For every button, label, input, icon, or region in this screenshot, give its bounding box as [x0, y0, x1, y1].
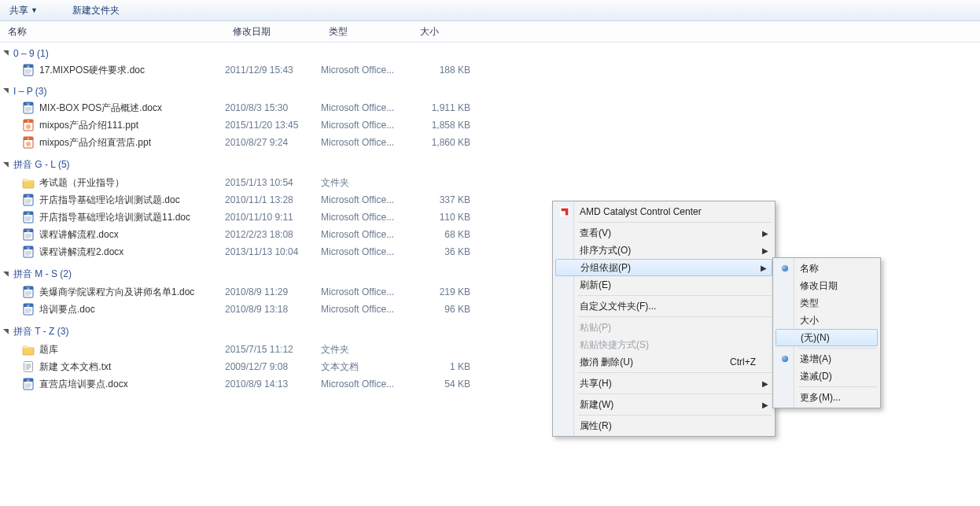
file-name: 开店指导基础理论培训测试题11.doc	[39, 211, 190, 224]
file-row[interactable]: mixpos产品介绍直营店.ppt 2010/8/27 9:24 Microso…	[0, 134, 980, 151]
ctx-main-group[interactable]: 分组依据(P)▶	[555, 259, 772, 276]
folder-icon	[22, 176, 35, 189]
submenu-arrow-icon: ▶	[762, 401, 768, 409]
chevron-down-icon: ▼	[31, 6, 38, 14]
file-type: Microsoft Office...	[321, 379, 412, 390]
collapse-icon: ◢	[3, 271, 9, 279]
group-header[interactable]: ◢ 0 – 9 (1)	[0, 46, 980, 61]
column-header-name[interactable]: 名称	[0, 25, 225, 39]
menu-item-label: 刷新(E)	[580, 279, 611, 292]
file-name: 直营店培训要点.docx	[39, 378, 128, 391]
submenu-arrow-icon: ▶	[761, 264, 767, 272]
doc-icon	[22, 211, 35, 223]
file-name: MIX-BOX POS产品概述.docx	[39, 102, 162, 115]
file-row[interactable]: 考试题（开业指导） 2015/1/13 10:54 文件夹	[0, 174, 980, 191]
file-size: 188 KB	[412, 65, 475, 76]
ppt-icon	[22, 136, 35, 149]
ctx-main-amd[interactable]: AMD Catalyst Control Center	[554, 203, 773, 220]
ctx-main-share[interactable]: 共享(H)▶	[554, 375, 773, 392]
collapse-icon: ◢	[3, 161, 9, 169]
file-name: 新建 文本文档.txt	[39, 360, 111, 374]
doc-icon	[22, 286, 35, 298]
file-type: Microsoft Office...	[321, 102, 412, 113]
menu-separator	[798, 348, 877, 349]
file-row[interactable]: 开店指导基础理论培训测试题11.doc 2010/11/10 9:11 Micr…	[0, 209, 980, 226]
ctx-main-view[interactable]: 查看(V)▶	[554, 224, 773, 242]
file-size: 1,911 KB	[412, 102, 475, 113]
file-type: Microsoft Office...	[321, 246, 412, 257]
collapse-icon: ◢	[3, 50, 9, 57]
file-name: 17.MIXPOS硬件要求.doc	[39, 64, 145, 77]
ctx-main-refresh[interactable]: 刷新(E)	[554, 276, 773, 294]
file-type: 文件夹	[321, 343, 412, 356]
ctx-group-by-date[interactable]: 修改日期	[775, 277, 879, 294]
file-size: 1,860 KB	[412, 137, 475, 148]
menu-item-label: 分组依据(P)	[580, 261, 631, 275]
file-row[interactable]: 17.MIXPOS硬件要求.doc 2011/12/9 15:43 Micros…	[0, 61, 980, 79]
file-size: 337 KB	[412, 194, 475, 205]
menu-item-label: 粘贴快捷方式(S)	[580, 338, 649, 352]
column-header-date[interactable]: 修改日期	[225, 25, 321, 39]
menu-separator	[798, 386, 877, 387]
menu-item-label: (无)(N)	[801, 331, 830, 345]
ctx-group-by-size[interactable]: 大小	[775, 312, 879, 329]
ctx-main-new[interactable]: 新建(W)▶	[554, 396, 773, 413]
menu-item-label: 递增(A)	[800, 353, 831, 366]
file-type: Microsoft Office...	[321, 286, 412, 297]
ctx-group-none[interactable]: (无)(N)	[776, 329, 878, 346]
menu-separator	[578, 393, 772, 394]
group-header[interactable]: ◢ 拼音 G - L (5)	[0, 156, 980, 174]
share-menu[interactable]: 共享 ▼	[3, 2, 44, 19]
file-name: 开店指导基础理论培训测试题.doc	[39, 194, 180, 207]
ctx-group-more[interactable]: 更多(M)...	[775, 389, 879, 406]
file-date: 2012/2/23 18:08	[225, 229, 321, 240]
file-row[interactable]: MIX-BOX POS产品概述.docx 2010/8/3 15:30 Micr…	[0, 99, 980, 116]
menu-item-label: 新建(W)	[580, 398, 613, 412]
file-date: 2015/1/13 10:54	[225, 177, 321, 188]
ctx-group-desc[interactable]: 递减(D)	[775, 367, 879, 385]
file-date: 2010/8/3 15:30	[225, 102, 321, 113]
file-size: 1,858 KB	[412, 120, 475, 131]
ctx-main-properties[interactable]: 属性(R)	[554, 417, 773, 434]
file-row[interactable]: mixpos产品介绍111.ppt 2015/11/20 13:45 Micro…	[0, 116, 980, 134]
ctx-group-asc[interactable]: 递增(A)	[775, 350, 879, 367]
file-type: Microsoft Office...	[321, 194, 412, 205]
menu-separator	[578, 316, 772, 317]
ctx-group-by-name[interactable]: 名称	[775, 260, 879, 277]
file-type: Microsoft Office...	[321, 120, 412, 131]
file-row[interactable]: 课程讲解流程.docx 2012/2/23 18:08 Microsoft Of…	[0, 226, 980, 243]
doc-icon	[22, 64, 35, 76]
column-header-row: 名称 修改日期 类型 大小	[0, 21, 980, 42]
context-menu-main[interactable]: AMD Catalyst Control Center查看(V)▶排序方式(O)…	[552, 201, 776, 437]
folder-icon	[22, 343, 35, 356]
file-date: 2010/8/9 11:29	[225, 286, 321, 297]
share-label: 共享	[9, 4, 28, 17]
menu-item-label: 更多(M)...	[800, 391, 841, 404]
file-size: 96 KB	[412, 304, 475, 315]
menu-item-label: 自定义文件夹(F)...	[580, 300, 656, 313]
ctx-main-paste: 粘贴(P)	[554, 319, 773, 336]
column-header-type[interactable]: 类型	[321, 25, 412, 39]
group-label: 拼音 T - Z (3)	[13, 325, 68, 338]
new-folder-button[interactable]: 新建文件夹	[66, 2, 126, 19]
context-menu-groupby[interactable]: 名称修改日期类型大小(无)(N)递增(A)递减(D)更多(M)...	[772, 257, 881, 408]
file-name: 课程讲解流程.docx	[39, 228, 119, 242]
ctx-main-customize[interactable]: 自定义文件夹(F)...	[554, 297, 773, 315]
file-row[interactable]: 开店指导基础理论培训测试题.doc 2010/11/1 13:28 Micros…	[0, 191, 980, 209]
menu-item-label: 排序方式(O)	[580, 244, 631, 257]
file-name: 考试题（开业指导）	[39, 176, 124, 190]
file-date: 2015/7/15 11:12	[225, 344, 321, 355]
file-size: 68 KB	[412, 229, 475, 240]
ctx-main-sort[interactable]: 排序方式(O)▶	[554, 242, 773, 259]
ctx-main-undo[interactable]: 撤消 删除(U)Ctrl+Z	[554, 353, 773, 371]
column-header-size[interactable]: 大小	[412, 25, 475, 39]
file-date: 2010/11/10 9:11	[225, 212, 321, 223]
file-size: 110 KB	[412, 212, 475, 223]
new-folder-label: 新建文件夹	[72, 4, 120, 17]
ctx-group-by-type[interactable]: 类型	[775, 294, 879, 312]
file-date: 2015/11/20 13:45	[225, 120, 321, 131]
file-name: 题库	[39, 343, 58, 356]
group-header[interactable]: ◢ I – P (3)	[0, 83, 980, 99]
radio-bullet-icon	[779, 262, 791, 275]
file-name: 课程讲解流程2.docx	[39, 246, 123, 259]
